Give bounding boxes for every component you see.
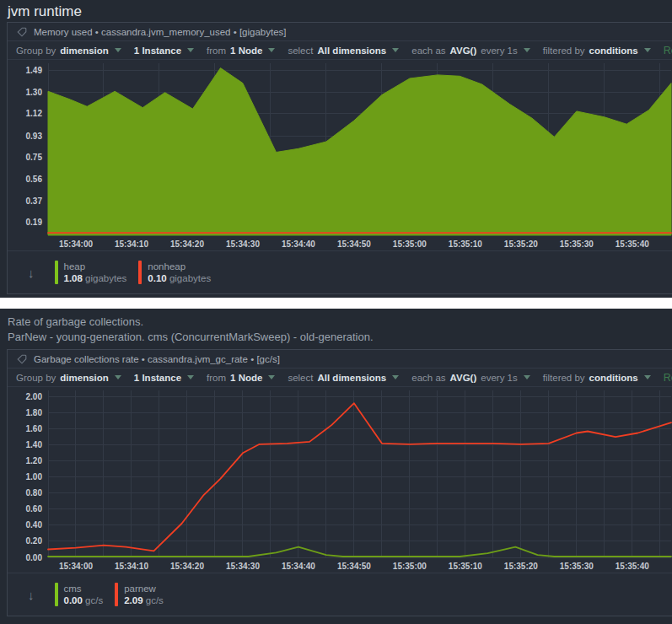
toolbar-label: every 1s — [481, 373, 517, 383]
toolbar-label[interactable]: 1 Node — [230, 46, 262, 56]
toolbar-label[interactable]: 1 Node — [230, 373, 262, 383]
y-tick-label: 2.00 — [26, 392, 43, 401]
x-tick-label: 15:34:50 — [337, 562, 371, 571]
chevron-down-icon[interactable] — [268, 375, 275, 379]
all-dimensions-dropdown[interactable]: selectAll dimensions — [288, 373, 399, 383]
chevron-down-icon[interactable] — [115, 375, 121, 379]
toolbar-label[interactable]: dimension — [60, 373, 109, 383]
toolbar-label[interactable]: conditions — [589, 373, 638, 383]
chevron-down-icon[interactable] — [187, 48, 194, 52]
x-tick-label: 15:35:20 — [504, 239, 538, 249]
section-heading-line: Rate of garbage collections. — [8, 315, 672, 330]
chevron-down-icon[interactable] — [268, 48, 275, 52]
chevron-down-icon[interactable] — [115, 48, 121, 52]
toolbar-label: from — [207, 46, 226, 56]
legend-item-cms[interactable]: cms0.00 gc/s — [55, 583, 104, 606]
y-tick-label: 1.12 — [26, 109, 43, 118]
chevron-down-icon[interactable] — [392, 48, 399, 52]
x-tick-label: 15:34:20 — [170, 239, 204, 249]
reset-button[interactable]: Reset — [664, 45, 672, 56]
toolbar-label[interactable]: Reset — [664, 45, 672, 56]
chevron-down-icon[interactable] — [644, 375, 651, 379]
toolbar-label[interactable]: 1 Instance — [134, 373, 181, 383]
1-instance-dropdown[interactable]: 1 Instance — [134, 46, 194, 56]
chart-legend: ↓heap1.08 gigabytesnonheap0.10 gigabytes — [8, 250, 672, 293]
section-headings: Rate of garbage collections. ParNew - yo… — [0, 309, 672, 349]
y-tick-label: 0.80 — [26, 488, 43, 498]
y-tick-label: 0.19 — [26, 218, 43, 227]
chevron-down-icon[interactable] — [644, 48, 651, 52]
toolbar-label[interactable]: All dimensions — [317, 373, 386, 383]
series-name: heap — [64, 261, 127, 272]
chart-title-bar: Memory used • cassandra.jvm_memory_used … — [8, 23, 672, 41]
reset-button[interactable]: Reset — [664, 372, 672, 384]
toolbar-label: Group by — [16, 373, 56, 383]
toolbar-label: every 1s — [481, 46, 517, 56]
series-value: 0.10 gigabytes — [148, 272, 211, 284]
series-name: parnew — [124, 583, 164, 594]
series-color-bar — [55, 583, 58, 606]
x-tick-label: 15:35:40 — [616, 239, 649, 249]
y-tick-label: 0.00 — [26, 553, 43, 562]
sort-descending-icon[interactable]: ↓ — [28, 266, 35, 280]
toolbar-label[interactable]: Reset — [664, 372, 672, 384]
legend-item-heap[interactable]: heap1.08 gigabytes — [55, 261, 127, 284]
sort-descending-icon[interactable]: ↓ — [28, 588, 35, 602]
chevron-down-icon[interactable] — [524, 375, 530, 379]
toolbar-label: select — [288, 46, 313, 56]
x-tick-label: 15:34:40 — [282, 239, 315, 249]
toolbar-label[interactable]: All dimensions — [317, 46, 386, 56]
toolbar-label[interactable]: 1 Instance — [134, 46, 181, 56]
1-node-dropdown[interactable]: from1 Node — [207, 46, 275, 56]
gc-chart-plot[interactable]: 2.001.801.601.401.201.000.800.600.400.20… — [8, 387, 672, 573]
chevron-down-icon[interactable] — [392, 375, 399, 379]
dimension-dropdown[interactable]: Group bydimension — [16, 373, 121, 383]
x-tick-label: 15:34:30 — [226, 239, 260, 249]
series-color-bar — [115, 583, 118, 606]
toolbar-label: select — [288, 373, 313, 383]
y-tick-label: 1.60 — [26, 424, 43, 433]
toolbar-label: each as — [411, 46, 445, 56]
legend-item-parnew[interactable]: parnew2.09 gc/s — [115, 583, 164, 606]
avg-dropdown[interactable]: each asAVG()every 1s — [411, 373, 530, 383]
x-tick-label: 15:34:30 — [226, 562, 260, 571]
x-tick-label: 15:35:30 — [560, 239, 594, 249]
x-tick-label: 15:35:10 — [449, 562, 482, 571]
avg-dropdown[interactable]: each asAVG()every 1s — [411, 46, 530, 56]
x-tick-label: 15:34:20 — [170, 562, 204, 571]
memory-chart-plot[interactable]: 1.491.301.120.930.750.560.370.1915:34:00… — [8, 60, 672, 250]
series-value: 1.08 gigabytes — [64, 272, 127, 284]
1-instance-dropdown[interactable]: 1 Instance — [134, 373, 194, 383]
y-tick-label: 0.60 — [26, 504, 43, 514]
toolbar-label: each as — [411, 373, 445, 383]
chart-title: Garbage collections rate • cassandra.jvm… — [34, 354, 280, 364]
conditions-dropdown[interactable]: filtered byconditions — [543, 373, 651, 383]
plot-background — [8, 387, 672, 573]
y-tick-label: 1.00 — [26, 472, 43, 481]
legend-texts: heap1.08 gigabytes — [64, 261, 127, 284]
toolbar-label[interactable]: dimension — [60, 46, 109, 56]
y-tick-label: 0.56 — [26, 175, 43, 184]
1-node-dropdown[interactable]: from1 Node — [207, 373, 275, 383]
legend-texts: parnew2.09 gc/s — [124, 583, 164, 606]
legend-item-nonheap[interactable]: nonheap0.10 gigabytes — [138, 261, 211, 284]
chevron-down-icon[interactable] — [524, 48, 530, 52]
y-tick-label: 0.93 — [26, 132, 43, 141]
toolbar-label[interactable]: conditions — [589, 46, 638, 56]
series-value: 0.00 gc/s — [64, 594, 104, 606]
x-tick-label: 15:35:00 — [393, 562, 427, 571]
page-title: jvm runtime — [0, 0, 672, 22]
y-tick-label: 0.40 — [26, 520, 43, 530]
toolbar-label[interactable]: AVG() — [450, 373, 477, 383]
section-heading-line: ParNew - young-generation. cms (Concurre… — [8, 330, 672, 345]
series-color-bar — [138, 261, 142, 284]
y-tick-label: 1.30 — [26, 88, 43, 97]
chevron-down-icon[interactable] — [187, 375, 194, 379]
conditions-dropdown[interactable]: filtered byconditions — [543, 46, 651, 56]
dimension-dropdown[interactable]: Group bydimension — [16, 46, 121, 56]
all-dimensions-dropdown[interactable]: selectAll dimensions — [288, 46, 399, 56]
x-tick-label: 15:35:00 — [393, 239, 427, 249]
series-value: 2.09 gc/s — [124, 594, 164, 606]
x-tick-label: 15:35:40 — [616, 562, 649, 571]
toolbar-label[interactable]: AVG() — [450, 46, 477, 56]
